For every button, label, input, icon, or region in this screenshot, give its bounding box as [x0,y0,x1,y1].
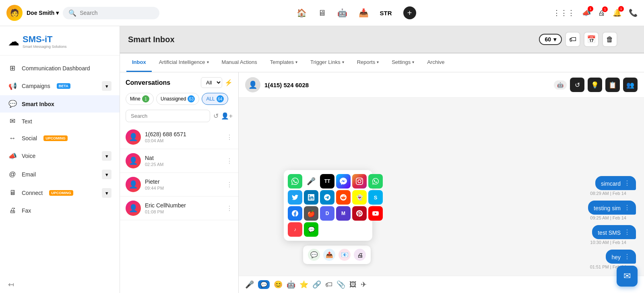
more-options-icon[interactable]: ⋮ [226,133,233,141]
sidebar-item-email[interactable]: @ Email ▾ [0,165,120,184]
refresh-icon[interactable]: ↺ [213,112,219,120]
sms-channel-icon[interactable]: 💬 [258,280,270,289]
tab-reports[interactable]: Reports ▾ [351,53,385,72]
bot-icon[interactable]: 🤖 [337,8,347,18]
attachment-icon[interactable]: 📎 [336,280,345,289]
conv-item[interactable]: 👤 Eric CellNumber 01:08 PM ⋮ [120,197,238,220]
lightbulb-button[interactable]: 💡 [588,78,602,92]
filter-select[interactable]: All [201,77,222,88]
refresh-chat-button[interactable]: ↺ [570,78,584,92]
tab-trigger-links[interactable]: Trigger Links ▾ [305,53,350,72]
email-expand-button[interactable]: ▾ [102,170,111,179]
monitor-icon[interactable]: 🖥 [318,8,326,18]
voice-expand-button[interactable]: ▾ [102,151,111,161]
inbox-nav-icon[interactable]: 📥 [359,8,369,18]
bot-toggle[interactable]: 🤖 [554,80,567,90]
tab-archive[interactable]: Archive [421,53,450,72]
sidebar-item-voice[interactable]: 📣 Voice ▾ [0,147,120,165]
copy-button[interactable]: 📋 [605,78,620,92]
discord-icon[interactable]: D [320,206,334,221]
campaigns-expand-button[interactable]: ▾ [102,81,111,91]
more-options-icon[interactable]: ⋮ [226,181,233,189]
apple-icon[interactable]: 🍎 [304,206,318,221]
bell-icon[interactable]: 🔔1 [613,8,621,17]
assign-button[interactable]: 👥 [623,78,638,92]
filter-icon[interactable]: ⚡ [225,79,233,86]
sidebar-item-text[interactable]: ✉ Text [0,113,120,130]
calendar-button[interactable]: 📅 [584,32,599,47]
sidebar-item-communication-dashboard[interactable]: ⊞ Communication Dashboard [0,59,120,77]
whatsapp-icon[interactable] [288,174,302,189]
conv-item[interactable]: 👤 Pieter 09:44 PM ⋮ [120,173,238,197]
messenger-icon[interactable] [336,174,351,189]
instagram-icon[interactable] [352,174,367,189]
youtube-icon[interactable] [368,206,383,221]
mic-icon[interactable]: 🎤 [245,280,254,289]
str-label[interactable]: STR [380,10,392,16]
tab-settings[interactable]: Settings ▾ [386,53,420,72]
whatsapp2-icon[interactable] [368,174,383,189]
print2-icon[interactable]: 🖨 [354,249,366,261]
microphone-icon[interactable]: 🎤 [304,174,318,189]
print-icon[interactable]: 🖨1 [598,9,605,17]
image-icon[interactable]: 🖼 [349,281,357,289]
sidebar-item-smart-inbox[interactable]: 💬 Smart Inbox [0,95,120,113]
sidebar-collapse-button[interactable]: ↤ [0,276,120,293]
sidebar-item-campaigns[interactable]: 📢 Campaigns BETA ▾ [0,77,120,95]
user-name-button[interactable]: Doe Smith ▾ [27,10,59,16]
link-icon[interactable]: 🔗 [312,280,321,289]
search-bar[interactable]: 🔍 [63,7,159,19]
conv-item[interactable]: 👤 Nat 02:25 AM ⋮ [120,149,238,173]
star-icon[interactable]: ⭐ [299,280,308,289]
floating-mail-button[interactable]: ✉ [617,266,638,287]
snapchat-icon[interactable]: 👻 [352,190,367,205]
search-input[interactable] [80,10,154,16]
tag-button[interactable]: 🏷 [565,32,580,47]
add-contact-icon[interactable]: 👤+ [221,112,233,120]
music-icon[interactable]: ♪ [288,222,302,237]
message-more-icon[interactable]: ⋮ [624,179,630,187]
message-more-icon[interactable]: ⋮ [624,228,630,236]
connect-expand-button[interactable]: ▾ [102,188,111,198]
linkedin-icon[interactable] [304,190,318,205]
conv-tab-mine[interactable]: Mine 1 [126,93,154,105]
reddit-icon[interactable] [336,190,351,205]
tag2-icon[interactable]: 🏷 [325,281,332,289]
count-select[interactable]: 60 ▾ [539,34,562,45]
sidebar-item-fax[interactable]: 🖨 Fax [0,202,120,219]
tab-manual-actions[interactable]: Manual Actions [216,53,263,72]
delete-button[interactable]: 🗑 [602,32,617,47]
tab-inbox[interactable]: Inbox [126,53,152,72]
facebook-icon[interactable] [288,206,302,221]
add-emoji-icon[interactable]: 😊 [274,280,283,289]
pinterest-icon[interactable] [352,206,367,221]
conv-tab-all[interactable]: ALL 64 [202,93,228,105]
message-more-icon[interactable]: ⋮ [624,204,630,211]
phone-icon[interactable]: 📞 [629,8,638,17]
notification-megaphone-icon[interactable]: 📣1 [582,8,591,17]
sidebar-item-connect[interactable]: 🖥 Connect UPCOMING ▾ [0,184,120,202]
mastadon-icon[interactable]: M [336,206,351,221]
conv-item[interactable]: 👤 1(628) 688 6571 03:04 AM ⋮ [120,125,238,149]
tab-templates[interactable]: Templates ▾ [264,53,303,72]
grid-icon[interactable]: ⋮⋮⋮ [553,8,575,17]
add-button[interactable]: + [403,6,416,19]
chat-bubble2-icon[interactable]: 💬 [304,222,318,237]
message-more-icon[interactable]: ⋮ [624,253,630,260]
tiktok-icon[interactable]: TT [320,174,334,189]
share-icon[interactable]: 📤 [323,249,335,261]
conv-tab-unassigned[interactable]: Unassigned 63 [156,93,199,105]
email2-icon[interactable]: 📧 [339,249,351,261]
home-icon[interactable]: 🏠 [297,8,307,18]
bot2-icon[interactable]: 🤖 [287,280,295,289]
telegram-icon[interactable] [320,190,334,205]
conversation-search-input[interactable] [126,110,210,122]
more-options-icon[interactable]: ⋮ [226,157,233,165]
skype-icon[interactable]: S [368,190,383,205]
send-icon[interactable]: ✈ [361,280,367,289]
tab-ai[interactable]: Artificial Intelligence ▾ [153,53,215,72]
twitter-icon[interactable] [288,190,302,205]
chat-icon-2[interactable]: 💬 [308,249,320,261]
more-options-icon[interactable]: ⋮ [226,205,233,212]
sidebar-item-social[interactable]: ↔ Social UPCOMING [0,130,120,147]
